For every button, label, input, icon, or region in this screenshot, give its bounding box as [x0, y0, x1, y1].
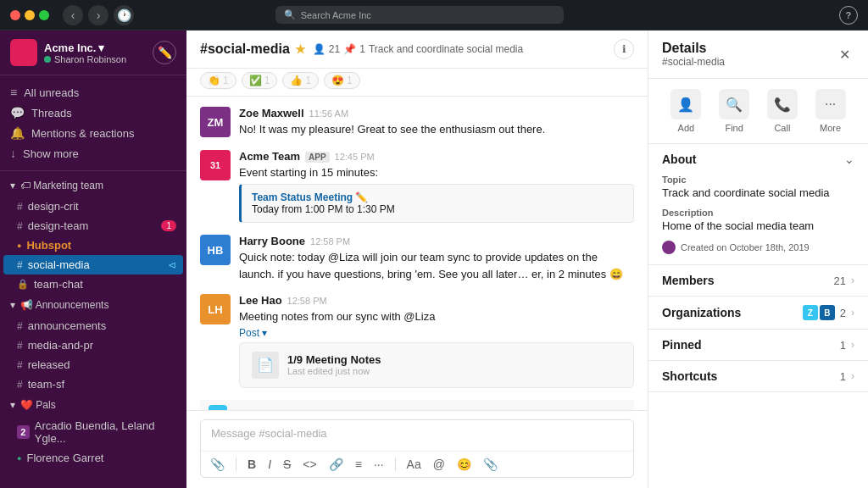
- close-window-btn[interactable]: [10, 10, 20, 20]
- pinned-right: 1 ›: [840, 339, 854, 352]
- maximize-window-btn[interactable]: [39, 10, 49, 20]
- organizations-row[interactable]: Organizations Z B 2 ›: [648, 297, 868, 330]
- workspace-avatar: [10, 39, 37, 66]
- message-header: Lee Hao 12:58 PM: [239, 294, 634, 307]
- close-details-button[interactable]: ✕: [834, 44, 854, 64]
- channel-arcadio[interactable]: 2 Arcadio Buendia, Leland Ygle...: [0, 416, 186, 448]
- channel-florence[interactable]: ● Florence Garret: [0, 448, 186, 468]
- post-link[interactable]: Post ▾: [239, 327, 634, 339]
- topic-value: Track and coordinate social media: [662, 186, 854, 199]
- unread-badge: 1: [161, 220, 176, 231]
- strikethrough-button[interactable]: S: [281, 455, 293, 474]
- message-text: Meeting notes from our sync with @Liza: [239, 308, 634, 325]
- emoji-button[interactable]: 😊: [454, 455, 474, 474]
- chevron-down-icon: ▾: [10, 299, 15, 311]
- message-content: Harry Boone 12:58 PM Quick note: today @…: [239, 235, 634, 282]
- workspace-user: Sharon Robinson: [44, 54, 126, 64]
- details-actions: 👤 Add 🔍 Find 📞 Call ··· More: [648, 79, 868, 144]
- message-acme: 31 Acme Team APP 12:45 PM Event starting…: [200, 150, 634, 224]
- details-title-block: Details #social-media: [662, 41, 725, 68]
- link-button[interactable]: 🔗: [326, 455, 346, 474]
- shortcuts-count: 1: [840, 370, 846, 383]
- organizations-count: 2: [840, 307, 846, 319]
- action-call[interactable]: 📞 Call: [767, 89, 798, 133]
- workspace-name[interactable]: Acme Inc. ▾: [44, 42, 126, 54]
- chevron-down-icon: ▾: [10, 399, 15, 411]
- event-title: Team Status Meeting ✏️: [252, 191, 623, 203]
- members-count: 21: [834, 274, 846, 287]
- channel-join-notice: ZM Zenith Marketing is in this channel: [200, 400, 634, 411]
- search-bar[interactable]: 🔍 Search Acme Inc: [275, 6, 564, 24]
- message-time: 12:58 PM: [287, 296, 327, 306]
- doc-card[interactable]: 📄 1/9 Meeting Notes Last edited just now: [239, 342, 634, 388]
- traffic-lights: [10, 10, 49, 20]
- action-add[interactable]: 👤 Add: [670, 89, 701, 133]
- help-button[interactable]: ?: [839, 6, 858, 25]
- message-lee: LH Lee Hao 12:58 PM Meeting notes from o…: [200, 294, 634, 388]
- section-chevron-icon: ⌄: [844, 152, 854, 166]
- forward-button[interactable]: ›: [88, 5, 108, 25]
- mention-button[interactable]: @: [431, 455, 448, 474]
- created-label: Created on October 18th, 2019: [681, 242, 810, 252]
- reaction-check[interactable]: ✅ 1: [242, 72, 278, 89]
- section-announcements[interactable]: ▾ 📢 Announcements: [0, 294, 186, 316]
- topic-label: Topic: [662, 175, 854, 185]
- members-row[interactable]: Members 21 ›: [648, 265, 868, 297]
- details-panel: Details #social-media ✕ 👤 Add 🔍 Find 📞 C…: [648, 30, 868, 488]
- compose-button[interactable]: ✏️: [153, 41, 176, 64]
- channel-hubspot[interactable]: ● Hubspot: [0, 236, 186, 255]
- channel-team-sf[interactable]: # team-sf: [0, 374, 186, 394]
- minimize-window-btn[interactable]: [25, 10, 35, 20]
- about-section-header[interactable]: About ⌄: [648, 144, 868, 175]
- reaction-clap[interactable]: 👏 1: [200, 72, 236, 89]
- star-icon[interactable]: ★: [295, 42, 306, 56]
- sidebar-item-threads[interactable]: 💬 Threads: [0, 103, 186, 123]
- channel-released[interactable]: # released: [0, 355, 186, 374]
- history-button[interactable]: 🕐: [114, 5, 134, 25]
- sidebar-item-show-more[interactable]: ↓ Show more: [0, 143, 186, 164]
- file-button[interactable]: 📎: [481, 455, 500, 474]
- avatar: ZM: [200, 107, 231, 137]
- shortcuts-right: 1 ›: [840, 370, 854, 383]
- font-button[interactable]: Aa: [404, 455, 424, 474]
- pinned-row[interactable]: Pinned 1 ›: [648, 330, 868, 361]
- org-badge-b: B: [820, 305, 835, 320]
- members-icon: 👤: [313, 43, 326, 55]
- section-pals[interactable]: ▾ ❤️ Pals: [0, 394, 186, 416]
- channel-announcements[interactable]: # announcements: [0, 316, 186, 336]
- chevron-down-icon: ▾: [98, 42, 104, 54]
- avatar: LH: [200, 294, 231, 324]
- chevron-right-icon: ›: [851, 370, 854, 382]
- channel-media-and-pr[interactable]: # media-and-pr: [0, 336, 186, 355]
- sidebar-item-all-unreads[interactable]: ≡ All unreads: [0, 82, 186, 103]
- created-info: Created on October 18th, 2019: [662, 241, 854, 254]
- italic-button[interactable]: I: [265, 455, 274, 474]
- action-find[interactable]: 🔍 Find: [719, 89, 749, 133]
- members-right: 21 ›: [834, 274, 854, 287]
- sidebar: Acme Inc. ▾ Sharon Robinson ✏️ ≡ All unr…: [0, 30, 186, 488]
- channel-design-crit[interactable]: # design-crit: [0, 197, 186, 216]
- code-button[interactable]: <>: [300, 455, 319, 474]
- nav-buttons: ‹ › 🕐: [63, 5, 134, 25]
- channel-team-chat[interactable]: 🔒 team-chat: [0, 274, 186, 294]
- action-more[interactable]: ··· More: [815, 89, 846, 133]
- doc-title: 1/9 Meeting Notes: [287, 353, 621, 366]
- message-input[interactable]: Message #social-media: [201, 420, 633, 451]
- channel-design-team[interactable]: # design-team 1: [0, 216, 186, 236]
- sidebar-item-mentions[interactable]: 🔔 Mentions & reactions: [0, 123, 186, 143]
- back-button[interactable]: ‹: [63, 5, 83, 25]
- details-subtitle: #social-media: [662, 56, 725, 68]
- section-marketing[interactable]: ▾ 🏷 Marketing team: [0, 175, 186, 197]
- info-button[interactable]: ℹ: [614, 39, 634, 59]
- about-title: About: [662, 152, 696, 166]
- attach-button[interactable]: 📎: [208, 455, 227, 474]
- more-formatting-button[interactable]: ···: [371, 455, 387, 474]
- pin-icon: 📌: [343, 43, 356, 55]
- org-badges: Z B: [803, 305, 835, 320]
- shortcuts-row[interactable]: Shortcuts 1 ›: [648, 361, 868, 392]
- bold-button[interactable]: B: [245, 455, 259, 474]
- reaction-love[interactable]: 😍 1: [324, 72, 360, 89]
- list-button[interactable]: ≡: [353, 455, 364, 474]
- reaction-thumbs[interactable]: 👍 1: [282, 72, 319, 89]
- channel-social-media[interactable]: # social-media ⊲: [3, 255, 183, 274]
